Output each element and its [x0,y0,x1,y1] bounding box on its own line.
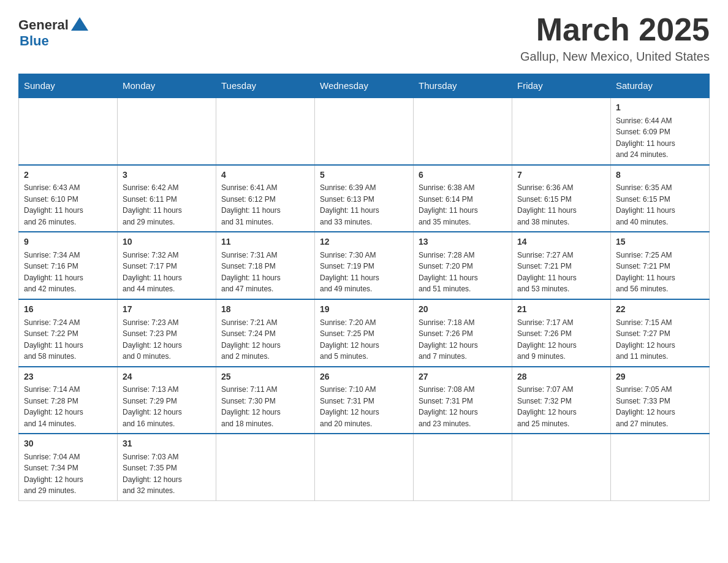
day-number: 11 [221,236,309,248]
day-number: 24 [123,371,211,383]
day-info: Sunrise: 7:23 AMSunset: 7:23 PMDaylight:… [123,318,182,361]
calendar-cell [118,98,216,165]
day-info: Sunrise: 7:27 AMSunset: 7:21 PMDaylight:… [517,251,577,294]
day-number: 15 [616,236,704,248]
day-number: 20 [419,304,507,316]
day-info: Sunrise: 7:14 AMSunset: 7:28 PMDaylight:… [24,385,83,428]
logo: General Blue [18,17,88,49]
day-number: 5 [320,169,408,182]
calendar-cell: 19Sunrise: 7:20 AMSunset: 7:25 PMDayligh… [315,299,414,367]
day-number: 23 [24,371,112,383]
calendar-cell: 26Sunrise: 7:10 AMSunset: 7:31 PMDayligh… [315,367,414,434]
calendar-cell [216,98,315,165]
calendar-cell [611,434,710,500]
day-info: Sunrise: 7:03 AMSunset: 7:35 PMDaylight:… [123,453,182,496]
day-number: 12 [320,236,408,248]
calendar-week-row: 2Sunrise: 6:43 AMSunset: 6:10 PMDaylight… [19,165,710,232]
calendar-cell: 23Sunrise: 7:14 AMSunset: 7:28 PMDayligh… [19,367,118,434]
day-number: 26 [320,371,408,383]
day-info: Sunrise: 7:05 AMSunset: 7:33 PMDaylight:… [616,385,675,428]
day-number: 9 [24,236,112,248]
day-number: 27 [419,371,507,383]
calendar-cell: 21Sunrise: 7:17 AMSunset: 7:26 PMDayligh… [512,299,611,367]
day-info: Sunrise: 7:13 AMSunset: 7:29 PMDaylight:… [123,385,182,428]
day-info: Sunrise: 7:08 AMSunset: 7:31 PMDaylight:… [419,385,478,428]
calendar-cell: 27Sunrise: 7:08 AMSunset: 7:31 PMDayligh… [414,367,512,434]
calendar-week-row: 9Sunrise: 7:34 AMSunset: 7:16 PMDaylight… [19,232,710,299]
day-info: Sunrise: 7:32 AMSunset: 7:17 PMDaylight:… [123,251,182,294]
calendar-cell: 12Sunrise: 7:30 AMSunset: 7:19 PMDayligh… [315,232,414,299]
title-area: March 2025 Gallup, New Mexico, United St… [520,12,710,64]
day-info: Sunrise: 6:41 AMSunset: 6:12 PMDaylight:… [221,183,281,226]
calendar-week-row: 23Sunrise: 7:14 AMSunset: 7:28 PMDayligh… [19,367,710,434]
day-number: 2 [24,169,112,182]
calendar-cell [414,98,512,165]
day-number: 8 [616,169,704,182]
day-number: 14 [517,236,605,248]
day-info: Sunrise: 7:30 AMSunset: 7:19 PMDaylight:… [320,251,379,294]
calendar-cell: 1Sunrise: 6:44 AMSunset: 6:09 PMDaylight… [611,98,710,165]
day-info: Sunrise: 7:15 AMSunset: 7:27 PMDaylight:… [616,318,675,361]
day-number: 31 [123,438,211,450]
weekday-header-monday: Monday [118,74,216,98]
calendar-cell [216,434,315,500]
calendar-cell [414,434,512,500]
day-info: Sunrise: 7:24 AMSunset: 7:22 PMDaylight:… [24,318,83,361]
weekday-header-thursday: Thursday [414,74,512,98]
day-number: 25 [221,371,309,383]
day-info: Sunrise: 6:42 AMSunset: 6:11 PMDaylight:… [123,183,182,226]
day-info: Sunrise: 7:17 AMSunset: 7:26 PMDaylight:… [517,318,577,361]
calendar-cell [315,98,414,165]
calendar-cell: 17Sunrise: 7:23 AMSunset: 7:23 PMDayligh… [118,299,216,367]
day-number: 28 [517,371,605,383]
weekday-header-wednesday: Wednesday [315,74,414,98]
calendar-header: SundayMondayTuesdayWednesdayThursdayFrid… [19,74,710,98]
day-number: 10 [123,236,211,248]
calendar-cell: 31Sunrise: 7:03 AMSunset: 7:35 PMDayligh… [118,434,216,500]
day-number: 1 [616,102,704,114]
calendar-cell: 20Sunrise: 7:18 AMSunset: 7:26 PMDayligh… [414,299,512,367]
day-info: Sunrise: 6:36 AMSunset: 6:15 PMDaylight:… [517,183,577,226]
logo-triangle-icon [71,17,88,31]
calendar-cell: 14Sunrise: 7:27 AMSunset: 7:21 PMDayligh… [512,232,611,299]
day-info: Sunrise: 7:25 AMSunset: 7:21 PMDaylight:… [616,251,675,294]
calendar-week-row: 30Sunrise: 7:04 AMSunset: 7:34 PMDayligh… [19,434,710,500]
calendar-cell: 13Sunrise: 7:28 AMSunset: 7:20 PMDayligh… [414,232,512,299]
calendar-cell: 9Sunrise: 7:34 AMSunset: 7:16 PMDaylight… [19,232,118,299]
month-title: March 2025 [520,12,710,47]
day-number: 4 [221,169,309,182]
logo-blue-text: Blue [20,33,49,49]
calendar-week-row: 1Sunrise: 6:44 AMSunset: 6:09 PMDaylight… [19,98,710,165]
calendar-cell: 5Sunrise: 6:39 AMSunset: 6:13 PMDaylight… [315,165,414,232]
day-info: Sunrise: 6:35 AMSunset: 6:15 PMDaylight:… [616,183,675,226]
day-info: Sunrise: 6:39 AMSunset: 6:13 PMDaylight:… [320,183,379,226]
weekday-header-tuesday: Tuesday [216,74,315,98]
day-number: 13 [419,236,507,248]
day-info: Sunrise: 7:04 AMSunset: 7:34 PMDaylight:… [24,453,83,496]
location-subtitle: Gallup, New Mexico, United States [520,50,710,64]
calendar-cell: 16Sunrise: 7:24 AMSunset: 7:22 PMDayligh… [19,299,118,367]
day-info: Sunrise: 7:10 AMSunset: 7:31 PMDaylight:… [320,385,379,428]
calendar-cell: 7Sunrise: 6:36 AMSunset: 6:15 PMDaylight… [512,165,611,232]
calendar-cell: 4Sunrise: 6:41 AMSunset: 6:12 PMDaylight… [216,165,315,232]
calendar-body: 1Sunrise: 6:44 AMSunset: 6:09 PMDaylight… [19,98,710,500]
day-number: 21 [517,304,605,316]
calendar-cell: 25Sunrise: 7:11 AMSunset: 7:30 PMDayligh… [216,367,315,434]
calendar-cell: 24Sunrise: 7:13 AMSunset: 7:29 PMDayligh… [118,367,216,434]
logo-general-text: General [18,17,69,33]
weekday-header-row: SundayMondayTuesdayWednesdayThursdayFrid… [19,74,710,98]
day-info: Sunrise: 6:38 AMSunset: 6:14 PMDaylight:… [419,183,478,226]
calendar-cell: 6Sunrise: 6:38 AMSunset: 6:14 PMDaylight… [414,165,512,232]
day-number: 30 [24,438,112,450]
day-number: 29 [616,371,704,383]
calendar-cell: 11Sunrise: 7:31 AMSunset: 7:18 PMDayligh… [216,232,315,299]
calendar-cell: 3Sunrise: 6:42 AMSunset: 6:11 PMDaylight… [118,165,216,232]
calendar-week-row: 16Sunrise: 7:24 AMSunset: 7:22 PMDayligh… [19,299,710,367]
day-number: 16 [24,304,112,316]
weekday-header-sunday: Sunday [19,74,118,98]
day-number: 19 [320,304,408,316]
day-info: Sunrise: 6:44 AMSunset: 6:09 PMDaylight:… [616,117,675,159]
day-number: 22 [616,304,704,316]
calendar-cell [19,98,118,165]
calendar-cell [512,98,611,165]
